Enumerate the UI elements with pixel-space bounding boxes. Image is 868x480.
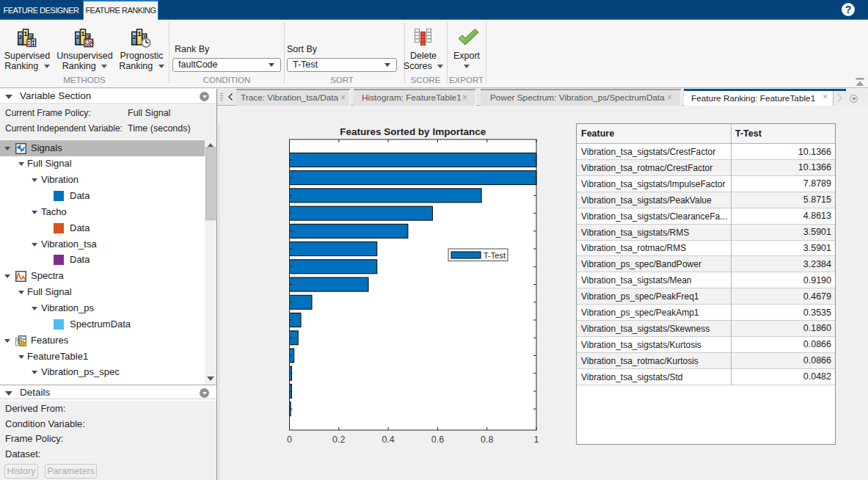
svg-text:0.8: 0.8: [481, 434, 493, 445]
svg-text:0.2: 0.2: [332, 434, 345, 445]
svg-text:Features Sorted by Importance: Features Sorted by Importance: [340, 126, 486, 137]
svg-text:0.6: 0.6: [431, 434, 444, 445]
svg-text:1: 1: [534, 434, 539, 445]
svg-text:0.4: 0.4: [382, 434, 394, 445]
svg-text:T-Test: T-Test: [484, 251, 506, 260]
svg-text:0: 0: [287, 434, 292, 445]
